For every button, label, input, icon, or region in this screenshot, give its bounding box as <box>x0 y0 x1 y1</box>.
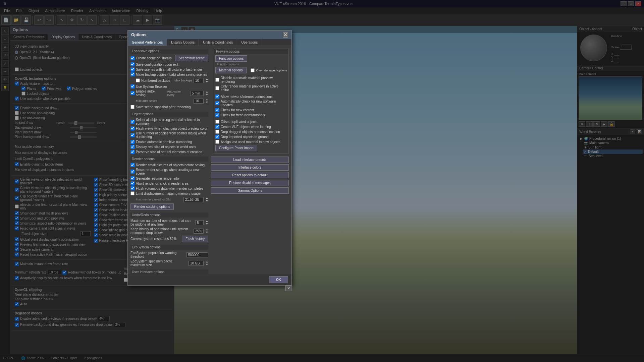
flush-history-btn[interactable]: Flush history <box>182 236 208 242</box>
auto-save-down[interactable]: ▼ <box>206 93 208 96</box>
checkbox-select-all-objects[interactable] <box>130 120 135 124</box>
preview-title: Preview options <box>214 49 288 54</box>
dialog-tab-operations[interactable]: Operations <box>237 39 262 46</box>
row-max-memory-dm: Max memory used for DM ▲ ▼ <box>130 196 208 202</box>
row-display-real-size: Display real size of objects in world un… <box>130 145 208 149</box>
checkbox-abort-render[interactable] <box>130 181 135 185</box>
row-generate-resume: Generate resume render info <box>130 176 208 180</box>
row-abort-render: Abort render on click in render area <box>130 181 208 185</box>
max-ops-input[interactable] <box>195 220 204 225</box>
row-check-new-content: Check for new content <box>215 108 287 112</box>
row-only-render-material: Only render material previews in active … <box>215 84 287 92</box>
dialog-x-btn[interactable]: ✕ <box>285 285 291 291</box>
max-backups-input[interactable] <box>194 78 204 83</box>
loadsave-section: Load/save options Create scene on startu… <box>130 49 208 109</box>
dialog-tab-display[interactable]: Display Options <box>167 39 199 46</box>
gamma-options-btn[interactable]: Gamma Options <box>211 187 289 194</box>
eco-cache-up[interactable]: ▲ <box>206 260 208 263</box>
checkbox-save-config[interactable] <box>130 62 135 66</box>
eco-population-input[interactable] <box>186 252 208 257</box>
checkbox-numbered-backups[interactable] <box>136 78 140 82</box>
checkbox-display-real-size[interactable] <box>130 145 135 149</box>
ui-options-title: User interface options <box>130 269 208 274</box>
configure-poser-btn[interactable]: Configure Poser import <box>215 145 257 151</box>
row-allow-network: Allow network/Internet connections <box>215 95 287 99</box>
load-interface-presets-btn[interactable]: Load interface presets <box>211 157 289 163</box>
row-max-operations: Maximum number of operations that can be… <box>130 219 208 226</box>
checkbox-render-small[interactable] <box>130 163 135 167</box>
checkbox-drop-dragged[interactable] <box>215 130 219 134</box>
row-reset-render: Reset render settings when creating a ne… <box>130 168 208 175</box>
checkbox-reset-render[interactable] <box>130 170 135 174</box>
max-memory-up[interactable]: ▲ <box>206 196 208 199</box>
checkbox-auto-check-updates[interactable] <box>215 101 219 105</box>
max-backups-down[interactable]: ▼ <box>206 80 208 83</box>
row-render-small: Render small pictures of objects before … <box>130 163 208 167</box>
row-system-resources: Current system resources 82% Flush histo… <box>130 236 208 242</box>
object-options-title: Object options <box>130 112 208 117</box>
auto-save-up[interactable]: ▲ <box>206 90 208 93</box>
restore-disabled-btn[interactable]: Restore disabled messages <box>211 180 289 186</box>
dialog-left-col: Load/save options Create scene on startu… <box>130 49 208 274</box>
ok-button[interactable]: OK <box>269 276 288 283</box>
auto-save-input[interactable] <box>190 91 204 96</box>
row-auto-check-updates: Automatically check for new software upd… <box>215 100 287 107</box>
checkbox-center-vue[interactable] <box>215 125 219 129</box>
checkbox-save-scenes-small[interactable] <box>130 67 135 71</box>
object-options-section: Object options Select all objects using … <box>130 112 208 154</box>
ecosystem-title: EcoSystem options <box>130 245 208 250</box>
dialog-tab-general[interactable]: General Preferences <box>128 39 167 46</box>
checkbox-create-scene[interactable] <box>130 56 135 60</box>
eco-cache-input[interactable] <box>189 261 204 266</box>
preview-options-section: Preview options Function options Functio… <box>214 49 289 154</box>
max-ops-up[interactable]: ▲ <box>206 220 208 223</box>
row-enable-auto-saving: Enable auto-saving Auto-save every ▲ ▼ <box>130 89 208 97</box>
dialog-x-close: ✕ <box>285 285 291 291</box>
set-default-scene-btn[interactable]: Set default scene <box>175 55 208 61</box>
max-auto-saves-up[interactable]: ▲ <box>206 98 208 101</box>
row-use-system-browser: Use System Browser <box>130 84 208 88</box>
checkbox-check-new-content[interactable] <box>215 108 219 112</box>
checkbox-assign-last[interactable] <box>215 140 219 144</box>
reset-options-btn[interactable]: Reset options to default <box>211 172 289 178</box>
checkbox-drop-imported[interactable] <box>215 135 219 139</box>
checkbox-use-number-copies[interactable] <box>130 133 135 137</box>
checkbox-flash-views[interactable] <box>130 126 135 130</box>
max-backups-up[interactable]: ▲ <box>206 77 208 80</box>
row-render-stacking: Render stacking options <box>130 203 208 210</box>
checkbox-flush-volumious[interactable] <box>130 186 135 190</box>
checkbox-preserve-size[interactable] <box>130 150 135 154</box>
eco-cache-down[interactable]: ▼ <box>206 263 208 266</box>
checkbox-make-backup[interactable] <box>130 72 135 76</box>
row-check-fresh-news: Check for fresh news/tutorials <box>215 113 287 117</box>
checkbox-use-system-browser[interactable] <box>130 84 135 88</box>
checkbox-offset-dup[interactable] <box>215 120 219 124</box>
checkbox-generate-resume[interactable] <box>130 176 135 180</box>
max-auto-saves-input[interactable] <box>194 99 204 104</box>
render-stacking-btn[interactable]: Render stacking options <box>130 203 174 210</box>
loadsave-title: Load/save options <box>130 49 208 54</box>
dialog-close-button[interactable]: ✕ <box>283 32 288 38</box>
dialog-tab-units[interactable]: Units & Coordinates <box>199 39 237 46</box>
max-ops-down[interactable]: ▼ <box>206 223 208 226</box>
checkbox-allow-network[interactable] <box>215 95 219 99</box>
checkbox-override-saved[interactable] <box>251 68 255 72</box>
dialog-footer: OK <box>128 274 291 285</box>
keep-history-up[interactable]: ▲ <box>206 228 208 231</box>
keep-history-down[interactable]: ▼ <box>206 231 208 234</box>
checkbox-save-snapshot[interactable] <box>130 105 135 109</box>
checkbox-only-render-material[interactable] <box>215 86 219 90</box>
max-memory-down[interactable]: ▼ <box>206 199 208 202</box>
undo-section: Undo/Redo options Maximum number of oper… <box>130 213 208 242</box>
checkbox-disable-auto-material[interactable] <box>215 78 219 82</box>
checkbox-enable-auto-primitive[interactable] <box>130 140 135 144</box>
max-auto-saves-down[interactable]: ▼ <box>206 101 208 104</box>
checkbox-enable-auto-saving[interactable] <box>130 91 135 95</box>
interface-colors-btn[interactable]: Interface colors <box>211 164 289 171</box>
checkbox-check-fresh-news[interactable] <box>215 113 219 117</box>
keep-history-input[interactable] <box>194 229 204 234</box>
material-options-btn[interactable]: Material options <box>215 67 247 73</box>
max-memory-input[interactable] <box>183 197 204 202</box>
checkbox-limit-displacement[interactable] <box>130 191 135 195</box>
function-options-btn[interactable]: Function options <box>215 55 247 62</box>
